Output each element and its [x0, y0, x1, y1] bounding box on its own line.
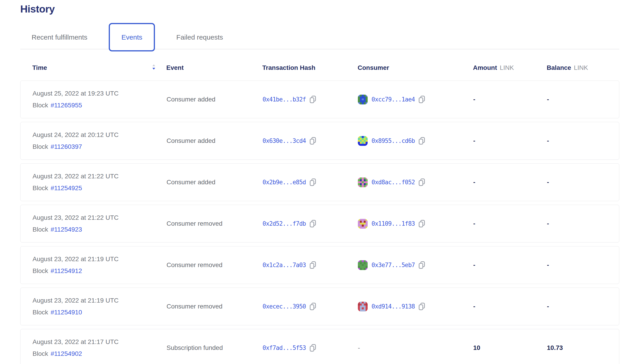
- row-date: August 24, 2022 at 20:12 UTC: [32, 131, 166, 138]
- copy-icon[interactable]: [310, 302, 316, 310]
- consumer-cell: 0x8955...cd6b: [358, 136, 473, 146]
- column-header-time[interactable]: Time: [20, 64, 166, 72]
- block-label: Block: [32, 102, 48, 109]
- copy-icon[interactable]: [310, 137, 316, 145]
- consumer-cell: 0x3e77...5eb7: [358, 260, 473, 270]
- time-cell: August 23, 2022 at 21:17 UTC Block #1125…: [20, 329, 166, 364]
- tab-events[interactable]: Events: [109, 23, 155, 52]
- table-row: August 25, 2022 at 19:23 UTC Block #1126…: [20, 80, 619, 118]
- column-header-amount-label: Amount: [473, 64, 497, 71]
- consumer-present: 0xd914...9138: [358, 302, 425, 312]
- consumer-hash-link[interactable]: 0xcc79...1ae4: [372, 96, 415, 103]
- row-amount: -: [473, 220, 547, 227]
- consumer-hash-link[interactable]: 0x8955...cd6b: [372, 138, 415, 144]
- block-line: Block #11265955: [32, 102, 166, 109]
- copy-icon[interactable]: [418, 302, 425, 310]
- consumer-hash-link[interactable]: 0x3e77...5eb7: [372, 262, 415, 268]
- row-date: August 23, 2022 at 21:17 UTC: [32, 338, 166, 346]
- copy-icon[interactable]: [310, 178, 316, 186]
- consumer-present: 0xd8ac...f052: [358, 178, 425, 187]
- row-balance: 10.73: [547, 344, 619, 352]
- consumer-hash-link[interactable]: 0xd8ac...f052: [372, 179, 415, 186]
- sort-descending-icon[interactable]: [152, 64, 156, 72]
- column-header-amount: AmountLINK: [473, 64, 547, 72]
- block-number-link[interactable]: #11254912: [50, 267, 82, 274]
- consumer-present: 0x3e77...5eb7: [358, 260, 425, 270]
- tx-cell: 0xf7ad...5f53: [262, 344, 358, 352]
- consumer-cell: 0xd914...9138: [358, 302, 473, 312]
- consumer-present: 0xcc79...1ae4: [358, 95, 425, 104]
- row-event: Consumer added: [166, 96, 262, 103]
- block-line: Block #11260397: [32, 143, 166, 150]
- block-number-link[interactable]: #11254925: [50, 184, 82, 192]
- block-number-link[interactable]: #11265955: [50, 102, 82, 109]
- tab-failed-requests[interactable]: Failed requests: [165, 34, 234, 41]
- block-line: Block #11254925: [32, 184, 166, 192]
- copy-icon[interactable]: [418, 96, 425, 103]
- transaction-hash-link[interactable]: 0x1c2a...7a03: [262, 262, 306, 268]
- transaction-hash-link[interactable]: 0xf7ad...5f53: [262, 344, 306, 351]
- tx-cell: 0x2d52...f7db: [262, 220, 358, 228]
- time-cell: August 23, 2022 at 21:22 UTC Block #1125…: [20, 164, 166, 201]
- copy-icon[interactable]: [418, 178, 425, 186]
- consumer-cell: 0xd8ac...f052: [358, 178, 473, 187]
- amount-unit-label: LINK: [500, 64, 514, 71]
- time-cell: August 23, 2022 at 21:19 UTC Block #1125…: [20, 246, 166, 284]
- row-date: August 25, 2022 at 19:23 UTC: [32, 90, 166, 97]
- block-label: Block: [32, 350, 48, 358]
- row-balance: -: [547, 96, 619, 103]
- balance-unit-label: LINK: [574, 64, 588, 71]
- transaction-hash-link[interactable]: 0x41be...b32f: [262, 96, 306, 103]
- row-event: Consumer added: [166, 178, 262, 186]
- row-event: Consumer added: [166, 137, 262, 144]
- consumer-present: 0x1109...1f83: [358, 219, 425, 229]
- consumer-empty-dash: -: [358, 344, 360, 352]
- block-line: Block #11254910: [32, 309, 166, 316]
- table-row: August 23, 2022 at 21:19 UTC Block #1125…: [20, 288, 619, 325]
- block-label: Block: [32, 226, 48, 233]
- transaction-hash-link[interactable]: 0x630e...3cd4: [262, 138, 306, 144]
- consumer-hash-link[interactable]: 0x1109...1f83: [372, 220, 415, 227]
- table-row: August 23, 2022 at 21:19 UTC Block #1125…: [20, 246, 619, 284]
- time-cell: August 23, 2022 at 21:19 UTC Block #1125…: [20, 288, 166, 325]
- consumer-cell: -: [358, 344, 473, 352]
- copy-icon[interactable]: [310, 261, 316, 269]
- consumer-avatar: [358, 95, 368, 104]
- copy-icon[interactable]: [418, 137, 425, 145]
- consumer-avatar: [358, 302, 368, 312]
- tx-cell: 0x41be...b32f: [262, 96, 358, 103]
- row-amount: -: [473, 178, 547, 186]
- consumer-cell: 0xcc79...1ae4: [358, 95, 473, 104]
- column-header-event: Event: [166, 64, 262, 72]
- consumer-avatar: [358, 178, 368, 187]
- copy-icon[interactable]: [310, 220, 316, 228]
- column-header-transaction-hash: Transaction Hash: [262, 64, 358, 72]
- table-row: August 23, 2022 at 21:22 UTC Block #1125…: [20, 163, 619, 201]
- tab-recent-fulfillments[interactable]: Recent fulfillments: [20, 34, 99, 41]
- table-row: August 23, 2022 at 21:22 UTC Block #1125…: [20, 205, 619, 242]
- time-cell: August 23, 2022 at 21:22 UTC Block #1125…: [20, 205, 166, 242]
- consumer-present: 0x8955...cd6b: [358, 136, 425, 146]
- time-cell: August 25, 2022 at 19:23 UTC Block #1126…: [20, 81, 166, 118]
- block-number-link[interactable]: #11254923: [50, 226, 82, 233]
- copy-icon[interactable]: [418, 220, 425, 228]
- row-amount: -: [473, 262, 547, 269]
- copy-icon[interactable]: [310, 96, 316, 103]
- row-amount: -: [473, 303, 547, 310]
- transaction-hash-link[interactable]: 0xecec...3950: [262, 303, 306, 310]
- block-number-link[interactable]: #11260397: [50, 143, 82, 150]
- row-event: Consumer removed: [166, 262, 262, 269]
- block-number-link[interactable]: #11254902: [50, 350, 82, 358]
- block-label: Block: [32, 267, 48, 274]
- copy-icon[interactable]: [310, 344, 316, 352]
- consumer-hash-link[interactable]: 0xd914...9138: [372, 303, 415, 310]
- copy-icon[interactable]: [418, 261, 425, 269]
- tabs: Recent fulfillments Events Failed reques…: [20, 23, 234, 52]
- page-title: History: [20, 3, 55, 15]
- tx-cell: 0x2b9e...e85d: [262, 178, 358, 186]
- transaction-hash-link[interactable]: 0x2d52...f7db: [262, 220, 306, 227]
- row-balance: -: [547, 178, 619, 186]
- block-number-link[interactable]: #11254910: [50, 309, 82, 316]
- transaction-hash-link[interactable]: 0x2b9e...e85d: [262, 179, 306, 186]
- consumer-cell: 0x1109...1f83: [358, 219, 473, 229]
